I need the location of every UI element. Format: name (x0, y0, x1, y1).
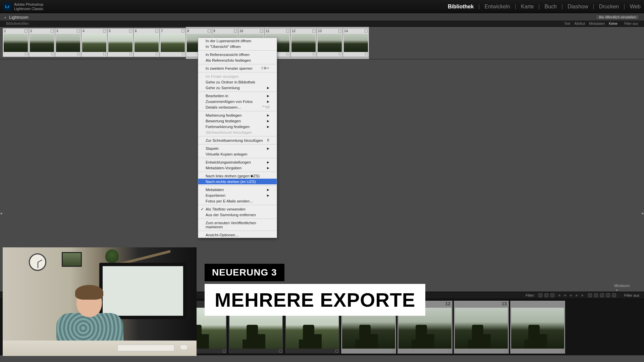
thumb-badge-icon (286, 53, 289, 55)
menu-item[interactable]: Zur Schnellsammlung hinzufügenB (198, 137, 277, 143)
right-panel-toggle-icon[interactable]: ◂ (641, 211, 643, 216)
thumb-badge-icon (51, 53, 54, 55)
filter-label-bottom: Filter: (526, 293, 535, 297)
filmstrip-thumb[interactable]: 13 (453, 300, 509, 354)
thumb-image[interactable] (4, 34, 28, 52)
menu-item[interactable]: In der Lupenansicht öffnen (198, 38, 277, 44)
menu-item[interactable]: Zusammenfügen von Fotos▶ (198, 99, 277, 104)
filter-none[interactable]: Keine (609, 22, 618, 25)
menu-item[interactable]: In zweitem Fenster sperren⇧⌘↵ (198, 65, 277, 71)
menu-item[interactable]: Exportieren▶ (198, 192, 277, 198)
menu-item[interactable]: Ansicht-Optionen… (198, 232, 277, 238)
menu-item[interactable]: Details verbessern…⌃⌥I (198, 104, 277, 110)
thumb-image[interactable] (344, 34, 368, 52)
grid-thumb[interactable]: 1 (3, 28, 29, 57)
menu-item[interactable]: ✓Als Titelfoto verwenden (198, 206, 277, 212)
thumb-image[interactable] (455, 308, 508, 349)
left-panel-toggle-icon[interactable]: ▸ (1, 211, 3, 216)
grid-thumb[interactable]: 3 (55, 28, 81, 57)
module-diashow[interactable]: Diashow (568, 4, 588, 10)
module-buch[interactable]: Buch (545, 4, 557, 10)
thumb-badge-icon (365, 53, 368, 55)
submenu-arrow-icon: ▶ (267, 188, 269, 191)
badge-icon (365, 29, 368, 33)
thumb-image[interactable] (108, 34, 132, 52)
thumb-image[interactable] (30, 34, 54, 52)
menu-item[interactable]: Virtuelle Kopien anlegen (198, 151, 277, 157)
menu-item[interactable]: Metadaten▶ (198, 187, 277, 192)
rating-filter[interactable]: ★ ★ ★ ★ ★ (558, 293, 585, 298)
submenu-arrow-icon: ▶ (267, 114, 269, 117)
menu-item[interactable]: Als Referenzfoto festlegen (198, 57, 277, 63)
thumb-badge-icon (313, 53, 315, 55)
thumb-image[interactable] (135, 34, 159, 52)
thumb-image[interactable] (291, 34, 316, 52)
filter-attribute[interactable]: Attribut (574, 22, 585, 25)
menu-item[interactable]: Fotos per E-Mails senden… (198, 198, 277, 204)
grid-thumb[interactable]: 13 (317, 28, 343, 57)
menu-item[interactable]: In "Übersicht" öffnen (198, 44, 277, 49)
filter-text[interactable]: Text (564, 22, 570, 25)
menu-item[interactable]: Metadaten-Vorgaben▶ (198, 165, 277, 171)
menu-separator (198, 50, 277, 51)
menu-item[interactable]: Farbmarkierung festlegen▶ (198, 124, 277, 129)
grid-thumb[interactable]: 14 (343, 28, 369, 57)
overlay-badge: NEUERUNG 3 (205, 264, 284, 281)
menu-item-label: Stapeln (206, 146, 219, 150)
color-filters[interactable] (588, 293, 616, 297)
panel-toggle-icon[interactable]: ▸ (5, 15, 6, 19)
thumb-image[interactable] (511, 308, 564, 349)
menu-item[interactable]: Zum erneuten Veröffentlichen markieren (198, 220, 277, 230)
grid-thumb[interactable]: 2 (29, 28, 55, 57)
thumb-image[interactable] (161, 34, 185, 52)
thumb-badge-icon (561, 350, 564, 353)
thumb-image[interactable] (56, 34, 80, 52)
module-entwickeln[interactable]: Entwickeln (484, 4, 510, 10)
menu-item[interactable]: Entwicklungseinstellungen▶ (198, 159, 277, 165)
thumbnails-size-icon[interactable]: ▴ (616, 288, 618, 291)
thumb-image[interactable] (82, 34, 106, 52)
menu-item-label: Bewertung festlegen (206, 119, 241, 123)
filter-metadata[interactable]: Metadaten (589, 22, 605, 25)
menu-item[interactable]: Nach links drehen (gegen UZS) (198, 173, 277, 179)
grid-thumb[interactable]: 5 (107, 28, 133, 57)
make-public-button[interactable]: Als öffentlich einstellen (596, 14, 639, 20)
thumb-badge-icon (448, 350, 451, 353)
filter-preset[interactable]: Filter aus (624, 22, 638, 25)
menu-item[interactable]: Gehe zu Sammlung▶ (198, 85, 277, 90)
thumb-image[interactable] (318, 34, 342, 52)
menu-shortcut: ⌃⌥I (262, 105, 269, 109)
flag-filters[interactable] (538, 293, 554, 297)
thumb-index: 1 (4, 29, 6, 33)
menu-separator (198, 136, 277, 136)
module-bibliothek[interactable]: Bibliothek (448, 4, 474, 10)
menu-separator (198, 219, 277, 219)
menu-item-label: Ansicht-Optionen… (206, 233, 239, 237)
grid-thumb[interactable]: 7 (160, 28, 186, 57)
module-karte[interactable]: Karte (521, 4, 534, 10)
menu-item[interactable]: Aus der Sammlung entfernen (198, 212, 277, 218)
grid-thumb[interactable]: 6 (133, 28, 160, 57)
thumb-index: 6 (135, 29, 137, 33)
menu-item: Stichwortkürzel hinzufügen (198, 129, 277, 135)
grid-thumb[interactable]: 12 (290, 28, 317, 57)
badge-icon (338, 29, 341, 33)
grid-view[interactable]: 1234567891011121314 (0, 27, 644, 59)
menu-item[interactable]: Markierung festlegen▶ (198, 112, 277, 118)
thumb-index: 5 (109, 29, 111, 33)
filmstrip-thumb[interactable] (510, 300, 566, 354)
filter-preset-bottom[interactable]: Filter aus (624, 293, 639, 297)
module-web[interactable]: Web (630, 4, 641, 10)
menu-item[interactable]: Gehe zu Ordner in Bibliothek (198, 79, 277, 85)
menu-item[interactable]: Bewertung festlegen▶ (198, 118, 277, 124)
submenu-arrow-icon: ▶ (267, 194, 269, 197)
menu-item[interactable]: Bearbeiten in▶ (198, 93, 277, 99)
menu-item-label: Entwicklungseinstellungen (206, 160, 251, 164)
menu-item[interactable]: Stapeln▶ (198, 145, 277, 151)
submenu-arrow-icon: ▶ (267, 100, 269, 103)
menu-item[interactable]: Nach rechts drehen (im UZS) (198, 179, 277, 184)
grid-thumb[interactable]: 4 (81, 28, 107, 57)
menu-item[interactable]: In Referenzansicht öffnen (198, 52, 277, 57)
module-drucken[interactable]: Drucken (599, 4, 619, 10)
menu-item-label: Bearbeiten in (206, 94, 228, 98)
